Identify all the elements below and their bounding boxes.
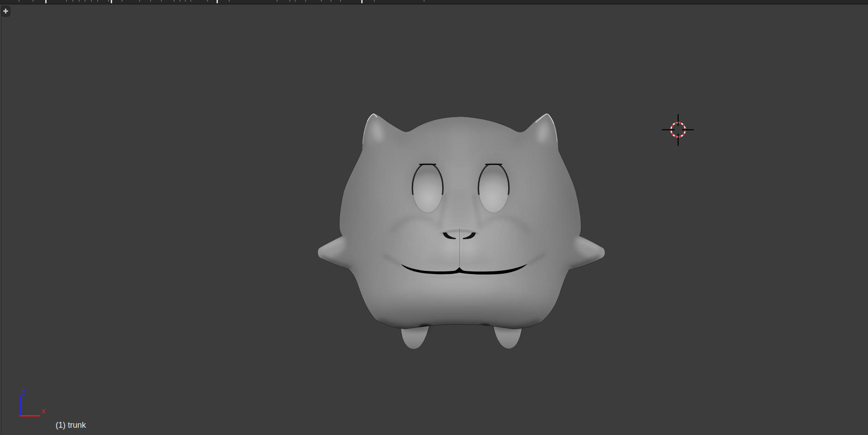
svg-text:x: x (42, 407, 46, 415)
svg-text:z: z (22, 387, 26, 397)
